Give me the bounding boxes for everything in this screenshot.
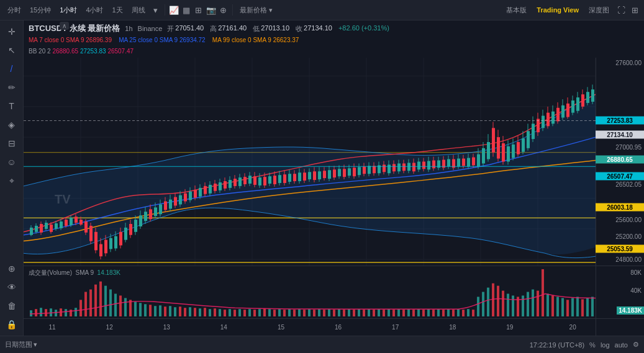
magnet-tool[interactable]: ⌖ <box>2 172 21 189</box>
svg-rect-304 <box>293 310 296 316</box>
svg-rect-252 <box>35 309 37 316</box>
date-range-button[interactable]: 日期范围 ▾ <box>5 340 37 349</box>
svg-rect-300 <box>273 310 276 316</box>
tradingview-btn[interactable]: Trading View <box>533 4 583 16</box>
auto-toggle[interactable]: auto <box>615 341 628 349</box>
svg-rect-310 <box>323 310 325 316</box>
svg-rect-343 <box>487 288 489 316</box>
price-label-25600: 25600.00 <box>596 217 644 223</box>
svg-rect-326 <box>402 310 405 316</box>
svg-rect-312 <box>333 310 335 316</box>
svg-rect-298 <box>263 308 266 316</box>
svg-rect-318 <box>363 310 365 316</box>
svg-rect-292 <box>234 310 236 316</box>
svg-rect-283 <box>189 307 191 316</box>
main-chart-svg <box>24 58 596 266</box>
svg-rect-295 <box>248 309 251 316</box>
add-icon[interactable]: ⊕ <box>218 4 229 16</box>
svg-rect-290 <box>224 310 226 316</box>
svg-rect-356 <box>551 295 554 316</box>
price-label-27600: 27600.00 <box>596 60 644 66</box>
svg-rect-361 <box>576 297 579 316</box>
svg-rect-285 <box>199 308 201 316</box>
toolbar-right: 基本版 Trading View 深度图 ⛶ ⊞ <box>502 4 640 17</box>
lock-tool[interactable]: 🔒 <box>2 316 21 333</box>
grid-icon[interactable]: ⊞ <box>629 4 640 16</box>
svg-rect-307 <box>308 309 311 316</box>
svg-rect-284 <box>194 308 196 316</box>
pattern-tool[interactable]: ◈ <box>2 116 21 133</box>
chart-canvas-area[interactable]: TV <box>24 58 596 266</box>
line-chart-icon[interactable]: 📈 <box>168 4 179 16</box>
camera-icon[interactable]: 📷 <box>206 4 217 16</box>
chart-ohlc: 开 27051.40 高 27161.40 低 27013.10 收 27134… <box>167 24 389 34</box>
chart-title-row: BTCUSDT 永续 最新价格 1h Binance 开 27051.40 高 … <box>29 23 639 34</box>
svg-rect-360 <box>571 298 574 316</box>
pencil-tool[interactable]: ✏ <box>2 79 21 96</box>
svg-rect-338 <box>462 310 465 316</box>
svg-rect-256 <box>55 310 57 316</box>
text-tool[interactable]: T <box>2 97 21 115</box>
svg-rect-251 <box>30 310 32 316</box>
svg-rect-296 <box>253 310 256 316</box>
chart-header: BTCUSDT 永续 最新价格 1h Binance 开 27051.40 高 … <box>24 20 644 58</box>
log-toggle[interactable]: log <box>601 341 610 349</box>
vol-axis-40k: 40K <box>630 287 642 294</box>
vol-axis-80k: 80K <box>630 269 642 276</box>
main-area: ✛ ↖ / ✏ T ◈ ⊟ ☺ ⌖ ⊕ 👁 🗑 🔒 BTCUSDT 永续 最新价… <box>0 20 644 336</box>
timeframe-fen[interactable]: 分时 <box>4 4 25 17</box>
svg-rect-261 <box>79 300 82 316</box>
svg-rect-353 <box>537 291 539 317</box>
svg-rect-327 <box>407 309 410 316</box>
trash-tool[interactable]: 🗑 <box>2 297 21 315</box>
timeframe-dropdown-icon[interactable]: ▾ <box>150 4 161 16</box>
svg-rect-355 <box>546 293 549 316</box>
timeframe-1h[interactable]: 1小时 <box>56 4 81 17</box>
svg-rect-311 <box>328 309 330 316</box>
timeframe-4h[interactable]: 4小时 <box>82 4 107 17</box>
svg-rect-341 <box>477 297 479 316</box>
svg-rect-272 <box>134 302 137 316</box>
crosshair-tool[interactable]: ✛ <box>2 23 21 40</box>
fullscreen-icon[interactable]: ⛶ <box>615 4 627 16</box>
settings-icon[interactable]: ⚙ <box>633 341 639 349</box>
svg-rect-363 <box>586 298 589 316</box>
eye-tool[interactable]: 👁 <box>2 279 21 296</box>
timeframe-weekly[interactable]: 周线 <box>128 4 149 17</box>
volume-canvas: 成交量(Volume) SMA 9 14.183K <box>24 266 596 318</box>
zoom-in-tool[interactable]: ⊕ <box>2 260 21 277</box>
indicator-expand-btn[interactable]: ∧ <box>60 22 69 30</box>
time-label-20: 20 <box>569 324 576 331</box>
chart-body[interactable]: TV 27600.00 27253.83 27134.10 27000.95 2… <box>24 58 644 266</box>
svg-rect-362 <box>581 299 584 316</box>
timeframe-15min[interactable]: 15分钟 <box>26 4 55 17</box>
price-type-btn[interactable]: 最新价格 ▾ <box>236 4 276 17</box>
chart-container: BTCUSDT 永续 最新价格 1h Binance 开 27051.40 高 … <box>24 20 644 336</box>
svg-rect-350 <box>522 295 524 316</box>
separator-2 <box>232 4 233 16</box>
time-label-12: 12 <box>106 324 113 331</box>
svg-rect-329 <box>417 309 420 316</box>
svg-rect-340 <box>472 310 474 316</box>
cursor-tool[interactable]: ↖ <box>2 42 21 59</box>
svg-rect-335 <box>447 309 450 316</box>
time-label-17: 17 <box>392 324 399 331</box>
separator-1 <box>165 4 165 16</box>
svg-rect-264 <box>94 285 97 316</box>
zoom-tool[interactable]: ☺ <box>2 153 21 171</box>
percent-toggle[interactable]: % <box>589 341 596 349</box>
timeframe-1d[interactable]: 1天 <box>109 4 127 17</box>
svg-rect-330 <box>422 310 425 316</box>
depth-btn[interactable]: 深度图 <box>585 4 613 17</box>
line-tool[interactable]: / <box>2 60 21 78</box>
basic-btn[interactable]: 基本版 <box>502 4 530 17</box>
candle-chart-icon[interactable]: ▦ <box>181 4 192 16</box>
current-time: 17:22:19 (UTC+8) <box>530 341 584 349</box>
bottom-bar: 日期范围 ▾ 17:22:19 (UTC+8) % log auto ⚙ <box>0 336 644 353</box>
measure-tool[interactable]: ⊟ <box>2 135 21 152</box>
time-label-18: 18 <box>449 324 456 331</box>
left-sidebar: ✛ ↖ / ✏ T ◈ ⊟ ☺ ⌖ ⊕ 👁 🗑 🔒 <box>0 20 24 336</box>
price-axis: 27600.00 27253.83 27134.10 27000.95 2688… <box>596 58 644 266</box>
chevron-down-icon: ▾ <box>34 341 37 349</box>
compare-icon[interactable]: ⊞ <box>193 4 204 16</box>
